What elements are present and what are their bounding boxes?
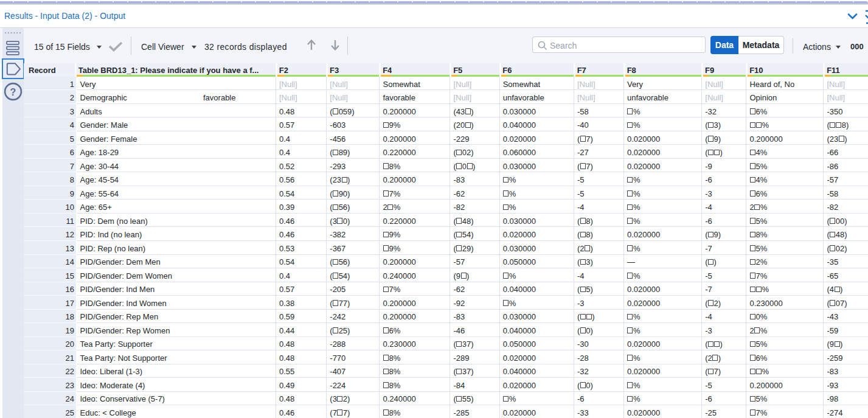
svg-text:?: ? xyxy=(10,87,16,97)
